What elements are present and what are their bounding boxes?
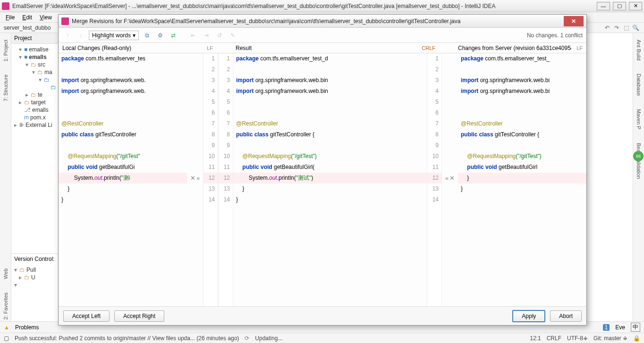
problems-tab[interactable]: Problems [15, 324, 39, 331]
abort-button[interactable]: Abort [550, 310, 582, 322]
event-log-tab[interactable]: Eve [615, 324, 625, 331]
dialog-close-button[interactable]: ✕ [564, 16, 584, 26]
mid-left-gutter: 1234567891011121314 [218, 53, 233, 306]
tab-maven[interactable]: Maven P [636, 107, 642, 131]
dialog-title: Merge Revisions for F:\ideaWorkSpace\Ema… [72, 18, 564, 25]
left-merge-controls: ✕» [187, 53, 203, 306]
result-pane-label: Result [236, 45, 252, 51]
dialog-titlebar: Merge Revisions for F:\ideaWorkSpace\Ema… [59, 15, 586, 28]
ime-indicator[interactable]: 中 [631, 323, 640, 332]
right-code-pane[interactable]: package com.tfs.emallserver_test_import … [458, 53, 586, 306]
merge-revisions-dialog: Merge Revisions for F:\ideaWorkSpace\Ema… [58, 14, 587, 326]
tab-web[interactable]: Web [3, 267, 8, 281]
breadcrumb[interactable]: server_test_dubbo [4, 25, 51, 31]
sync-scroll-icon[interactable]: ⇄ [168, 30, 178, 41]
forward-icon[interactable]: ↷ [612, 23, 621, 33]
close-button[interactable]: ✕ [629, 2, 642, 10]
accept-right-icon[interactable]: « [445, 175, 449, 182]
menu-edit[interactable]: Edit [18, 13, 36, 22]
status-updating: Updating... [255, 335, 282, 342]
git-branch[interactable]: Git: master ≑ [593, 335, 627, 342]
next-diff-icon[interactable]: ↓ [76, 30, 86, 41]
window-title: EmallServer [F:\ideaWorkSpace\EmallServe… [12, 3, 597, 9]
result-code-pane[interactable]: package com.tfs.emallserver_test_dimport… [233, 53, 427, 306]
left-tool-stripe: 1: Project 7: Structure Web 2: Favorites [0, 33, 11, 321]
version-control-header: Version Control: [11, 253, 58, 264]
gear-icon[interactable]: ⚙ [155, 30, 165, 41]
minimize-button[interactable]: — [597, 2, 610, 10]
conflict-status: No changes. 1 conflict [527, 32, 583, 39]
magic-icon[interactable]: ✎ [228, 30, 238, 41]
pane-headers: Local Changes (Read-only) LF Result CRLF… [59, 43, 586, 53]
lock-icon[interactable]: 🔒 [633, 335, 640, 342]
left-gutter: 1234567891011121314 [203, 53, 218, 306]
dialog-icon [61, 17, 69, 25]
accept-right-button[interactable]: Accept Right [114, 310, 164, 322]
right-line-ending: LF [576, 45, 583, 51]
highlight-dropdown[interactable]: Highlight words▾ [89, 31, 139, 40]
reject-right-icon[interactable]: ✕ [449, 175, 455, 182]
mid-right-gutter: 1234567891011121314 [427, 53, 442, 306]
result-line-ending: CRLF [422, 45, 435, 51]
tab-database[interactable]: Database [636, 72, 642, 98]
status-bar: ▢ Push successful: Pushed 2 commits to o… [0, 333, 644, 343]
back-icon[interactable]: ↶ [602, 23, 612, 33]
right-merge-controls: «✕ [442, 53, 458, 306]
status-message: Push successful: Pushed 2 commits to ori… [15, 335, 239, 342]
apply-left-icon[interactable]: ⇤ [188, 30, 198, 41]
project-header-label: Project [14, 35, 32, 42]
search-icon[interactable]: 🔍 [631, 23, 640, 33]
inspection-badge[interactable]: 68 [633, 151, 644, 161]
prev-diff-icon[interactable]: ↑ [62, 30, 73, 41]
tab-structure[interactable]: 7: Structure [3, 73, 8, 103]
collapse-icon[interactable]: ⧉ [142, 30, 152, 41]
maximize-button[interactable]: ▢ [613, 2, 626, 10]
accept-left-button[interactable]: Accept Left [63, 310, 110, 322]
apply-button[interactable]: Apply [512, 310, 545, 322]
project-tree[interactable]: ▾■emallse ▾■emalls ▾🗀src ▾🗀ma ▾🗀 🗀 ▸🗀te … [11, 44, 58, 131]
project-header: Project [11, 33, 58, 44]
left-code-pane[interactable]: package com.tfs.emallserver_tesimport or… [59, 53, 187, 306]
left-pane-label: Local Changes (Read-only) [62, 45, 131, 51]
tab-ant-build[interactable]: Ant Build [636, 38, 642, 62]
caret-position[interactable]: 12:1 [530, 335, 541, 342]
settings-icon[interactable]: ⬚ [621, 23, 631, 33]
app-icon [2, 2, 9, 10]
dialog-footer: Accept Left Accept Right Apply Abort [59, 306, 586, 325]
menu-view[interactable]: View [36, 13, 56, 22]
reject-left-icon[interactable]: ✕ [190, 175, 195, 182]
apply-right-icon[interactable]: ⇥ [201, 30, 212, 41]
encoding[interactable]: UTF-8≑ [567, 335, 588, 342]
right-pane-label: Changes from Server (revision 6a331ce409… [458, 45, 571, 51]
revert-icon[interactable]: ↺ [214, 30, 225, 41]
tab-project[interactable]: 1: Project [3, 38, 8, 63]
left-line-ending: LF [207, 45, 213, 51]
project-tool-window: Project ▾■emallse ▾■emalls ▾🗀src ▾🗀ma ▾🗀… [11, 33, 59, 321]
line-ending[interactable]: CRLF [547, 335, 561, 342]
accept-left-icon[interactable]: » [196, 175, 200, 182]
merge-body: package com.tfs.emallserver_tesimport or… [59, 53, 586, 306]
window-titlebar: EmallServer [F:\ideaWorkSpace\EmallServe… [0, 0, 644, 12]
right-tool-stripe: Ant Build Database Maven P Bean Validati… [633, 33, 644, 321]
status-badge[interactable]: 1 [603, 324, 610, 331]
menu-file[interactable]: File [2, 13, 18, 22]
dialog-toolbar: ↑ ↓ Highlight words▾ ⧉ ⚙ ⇄ ⇤ ⇥ ↺ ✎ No ch… [59, 28, 586, 43]
tab-favorites[interactable]: 2: Favorites [3, 291, 8, 321]
